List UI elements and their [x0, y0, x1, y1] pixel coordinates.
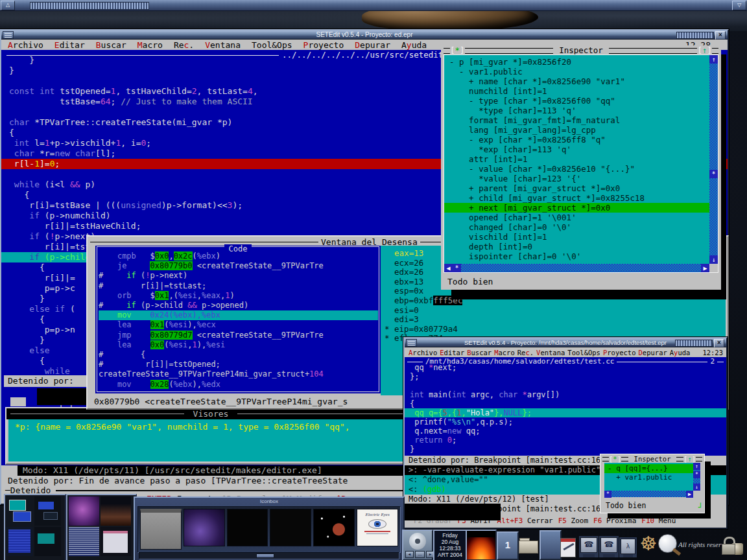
- pager-desktop-thumbnail[interactable]: [69, 496, 99, 526]
- ship-wheel-icon[interactable]: ☸: [637, 531, 659, 557]
- scroll-thumb[interactable]: *: [709, 170, 718, 178]
- phone-terminal-icon[interactable]: ☎: [579, 536, 599, 557]
- visores-watch-value[interactable]: *p: {name = 0x8256e90 "var1", numchild =…: [8, 419, 413, 461]
- iconified-window-thumbnail[interactable]: [313, 509, 355, 546]
- menu-item[interactable]: Rec.: [517, 349, 534, 356]
- folder-icon[interactable]: [518, 535, 539, 556]
- menu-item[interactable]: Depurar: [355, 40, 390, 50]
- workspace-button[interactable]: 1: [497, 531, 519, 560]
- scroll-down-icon[interactable]: ↓: [693, 484, 700, 491]
- menu-item[interactable]: Ayuda: [670, 349, 691, 356]
- fkey-Alt+F3[interactable]: Alt+F3 Cerrar: [497, 517, 553, 525]
- close-icon[interactable]: ×: [714, 339, 724, 347]
- assembly-listing[interactable]: cmpb $0x0,0x2c(%ebx) je 0x80779b0 <creat…: [99, 251, 378, 391]
- iconbox-window[interactable]: Iconbox Electric Eyes: [134, 496, 405, 560]
- menu-item[interactable]: Buscar: [467, 349, 492, 356]
- menu-item[interactable]: Ventana: [536, 349, 565, 356]
- decorative-line: [364, 531, 390, 532]
- iconified-window-thumbnail[interactable]: [140, 509, 182, 550]
- fire-visualizer-applet[interactable]: [466, 530, 497, 560]
- iconified-window-thumbnail[interactable]: [184, 509, 225, 546]
- menu-item[interactable]: Editar: [440, 349, 464, 356]
- pager-desktop-thumbnail[interactable]: [101, 527, 131, 556]
- menu-item[interactable]: Macro: [494, 349, 515, 356]
- horizontal-scrollbar[interactable]: * ▶: [604, 491, 693, 497]
- variable-tree[interactable]: - q [qq]={...} + var1.public: [604, 463, 693, 491]
- iconbox-title[interactable]: Iconbox: [135, 498, 403, 505]
- shaded-window-titlebar[interactable]: △ ▽: [0, 0, 747, 11]
- menu-item[interactable]: Proyecto: [603, 349, 636, 356]
- pager-desktop-thumbnail[interactable]: [6, 527, 33, 556]
- test-code-editor[interactable]: /mnt/hda3/casas/home/salvador/edtest/tes…: [405, 357, 726, 456]
- menu-item[interactable]: Archivo: [409, 349, 437, 356]
- inspector-status: Todo bien: [447, 277, 493, 286]
- calendar-icon[interactable]: [560, 538, 576, 557]
- iconbox-scrollbar[interactable]: [139, 552, 399, 559]
- win2-menubar[interactable]: ArchivoEditarBuscarMacroRec.VentanaTool&…: [405, 347, 726, 357]
- inspector-titlebar[interactable]: [*] Inspector [↑]: [600, 454, 704, 463]
- pager-desktop-thumbnail[interactable]: [101, 496, 131, 526]
- variable-tree[interactable]: - p [mi_gvar *]=0x8256f20 - var1.public …: [444, 55, 709, 264]
- titlebar-grip[interactable]: [30, 2, 149, 10]
- menu-item[interactable]: Tool&Ops: [252, 40, 292, 50]
- fkey-F5[interactable]: F5 Zoom: [558, 517, 588, 525]
- vertical-scrollbar[interactable]: ↑ * ↓: [693, 463, 700, 491]
- disassembly-code-panel[interactable]: Code cmpb $0x0,0x2c(%ebx) je 0x80779b0 <…: [95, 246, 381, 393]
- desktop-pager-2[interactable]: [66, 494, 137, 560]
- clock-applet[interactable]: Friday 20 Aug 12:28:33 ART 2004: [433, 530, 467, 560]
- horizontal-scrollbar[interactable]: ◀ * ▶: [444, 264, 709, 272]
- menu-item[interactable]: Editar: [54, 40, 85, 50]
- cd-eject-button[interactable]: …: [415, 551, 425, 558]
- titlebar-grip[interactable]: [675, 340, 713, 347]
- pager-desktop-thumbnail[interactable]: [34, 527, 61, 556]
- inspector-menu-icon[interactable]: *: [455, 45, 460, 55]
- visores-titlebar[interactable]: Visores: [6, 408, 415, 419]
- vertical-scrollbar[interactable]: ↑ * ↓: [709, 55, 718, 264]
- magnifier-icon[interactable]: [658, 533, 680, 557]
- shade-button[interactable]: ▽: [732, 1, 746, 10]
- phone-terminal-icon[interactable]: ☎: [599, 536, 619, 557]
- cd-player-applet[interactable]: ◂ … ▸: [402, 530, 433, 560]
- menu-item[interactable]: Archivo: [8, 40, 43, 50]
- menu-item[interactable]: Tool&Ops: [567, 349, 600, 356]
- menu-item[interactable]: Rec.: [174, 40, 194, 50]
- menu-item[interactable]: Buscar: [96, 40, 126, 50]
- cd-prev-button[interactable]: ◂: [405, 551, 414, 558]
- close-icon[interactable]: ×: [715, 31, 726, 40]
- source-code-area[interactable]: qq *next;}; int main(int argc, char *arg…: [405, 363, 726, 454]
- menu-item[interactable]: Macro: [137, 40, 163, 50]
- scroll-up-icon[interactable]: ↑: [693, 463, 700, 470]
- inspector-frame: - p [mi_gvar *]=0x8256f20 - var1.public …: [444, 54, 718, 273]
- menu-item[interactable]: Ventana: [205, 40, 241, 50]
- disassembler-address-line: 0x80779b0 <createTreeState__9TPVarTreeP1…: [94, 397, 348, 406]
- menu-item[interactable]: Proyecto: [303, 40, 344, 50]
- menu-item[interactable]: Ayuda: [401, 40, 427, 50]
- electric-eyes-thumbnail[interactable]: Electric Eyes: [357, 509, 398, 546]
- desktop-pager-1[interactable]: [4, 494, 66, 560]
- scroll-down-icon[interactable]: ↓: [709, 255, 718, 264]
- scroll-right-icon[interactable]: ▶: [701, 264, 709, 272]
- pager-desktop-thumbnail[interactable]: [69, 527, 99, 556]
- resize-corner-icon[interactable]: ┘: [698, 503, 703, 512]
- unshade-button[interactable]: △: [1, 1, 15, 10]
- inspector-zoom-icon[interactable]: ↑: [702, 45, 707, 55]
- pager-desktop-thumbnail[interactable]: [34, 496, 61, 526]
- scroll-left-icon[interactable]: ◀: [444, 264, 453, 272]
- dock-empty-tile[interactable]: [540, 530, 562, 560]
- iconified-window-thumbnail[interactable]: [227, 509, 268, 546]
- main-titlebar[interactable]: SETEdit v0.5.4 - Proyecto: ed.epr ×: [1, 30, 728, 40]
- scroll-thumb[interactable]: *: [453, 264, 461, 272]
- inspector-titlebar[interactable]: [*] Inspector [↑]: [441, 45, 721, 54]
- menu-item[interactable]: Depurar: [639, 349, 667, 356]
- scroll-thumb[interactable]: [256, 554, 274, 558]
- iconified-window-thumbnail[interactable]: [270, 509, 311, 546]
- scroll-thumb[interactable]: *: [604, 491, 611, 498]
- terminal-icon[interactable]: λ: [619, 537, 637, 557]
- scroll-right-icon[interactable]: ▶: [686, 491, 693, 498]
- scroll-up-icon[interactable]: ↑: [709, 55, 718, 64]
- decorative-line: [366, 533, 388, 534]
- scroll-thumb[interactable]: *: [693, 471, 700, 478]
- titlebar-grip[interactable]: [676, 32, 714, 39]
- pager-desktop-thumbnail[interactable]: [6, 496, 33, 526]
- win2-titlebar[interactable]: SETEdit v0.5.4 - Proyecto: /mnt/hda3/cas…: [405, 338, 726, 347]
